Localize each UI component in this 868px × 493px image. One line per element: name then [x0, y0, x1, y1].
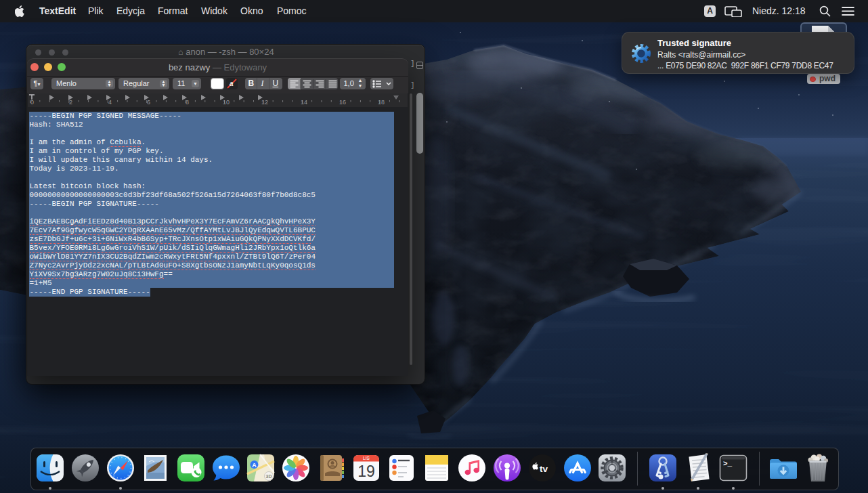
- svg-text:>_: >_: [723, 460, 733, 468]
- svg-text:19: 19: [357, 463, 375, 480]
- svg-text:a: a: [230, 80, 234, 87]
- svg-text:LIS: LIS: [363, 456, 370, 460]
- svg-text:3D: 3D: [266, 474, 272, 479]
- svg-text:A: A: [253, 462, 257, 469]
- svg-text:tv: tv: [540, 464, 548, 474]
